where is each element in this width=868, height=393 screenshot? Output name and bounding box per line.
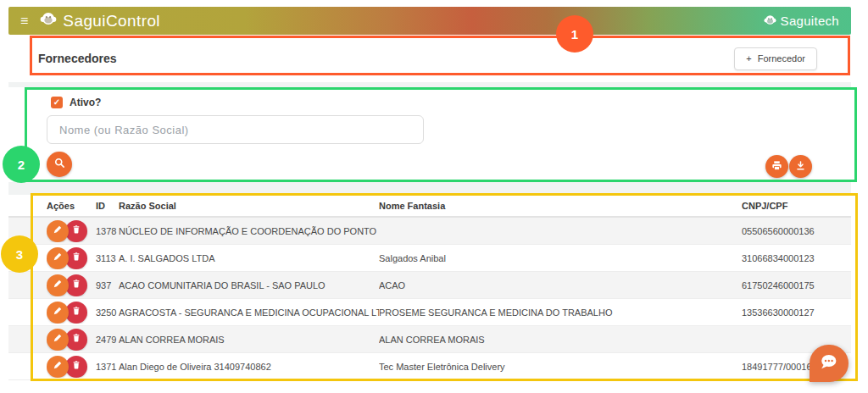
name-search-input[interactable] <box>47 115 424 144</box>
check-icon: ✓ <box>53 98 60 107</box>
edit-row-button[interactable] <box>47 220 69 242</box>
plus-icon: + <box>746 53 751 64</box>
row-actions <box>47 356 96 378</box>
edit-row-button[interactable] <box>47 329 69 351</box>
active-filter[interactable]: ✓ Ativo? <box>51 97 101 108</box>
brand-badge: Saguitech <box>764 14 839 29</box>
page-title: Fornecedores <box>38 52 117 65</box>
table-row: 1371 Alan Diego de Oliveira 31409740862 … <box>8 353 851 380</box>
row-id: 1378 <box>96 226 119 236</box>
search-button[interactable] <box>47 152 72 177</box>
app-window: ≡ SaguiControl Saguitech Fornecedores + … <box>0 0 868 393</box>
download-icon <box>795 160 806 174</box>
table-row: 3250 AGRACOSTA - SEGURANCA E MEDICINA OC… <box>8 299 851 326</box>
edit-row-button[interactable] <box>47 274 69 296</box>
pencil-icon <box>53 224 63 237</box>
trash-icon <box>71 333 81 346</box>
download-button[interactable] <box>789 155 812 178</box>
row-actions <box>47 274 96 296</box>
column-header-nome-fantasia: Nome Fantasia <box>379 201 742 211</box>
monkey-logo-icon <box>40 10 57 31</box>
chat-bubble-icon <box>819 352 839 375</box>
fornecedores-table: Ações ID Razão Social Nome Fantasia CNPJ… <box>8 195 851 393</box>
edit-row-button[interactable] <box>47 247 69 269</box>
table-row: 3113 A. I. SALGADOS LTDA Salgados Anibal… <box>8 245 851 272</box>
app-title: SaguiControl <box>63 12 160 30</box>
pencil-icon <box>53 360 63 373</box>
trash-icon <box>71 224 81 237</box>
row-cnpj-cpf: 05506560000136 <box>742 226 851 236</box>
column-header-acoes: Ações <box>47 201 96 211</box>
pencil-icon <box>53 333 63 346</box>
edit-row-button[interactable] <box>47 302 69 324</box>
search-icon <box>53 157 66 172</box>
app-header: ≡ SaguiControl Saguitech <box>8 7 851 35</box>
printer-icon <box>771 160 782 174</box>
row-nome-fantasia: ALAN CORREA MORAIS <box>379 335 742 345</box>
print-button[interactable] <box>765 155 788 178</box>
edit-row-button[interactable] <box>47 356 69 378</box>
active-checkbox[interactable]: ✓ <box>51 97 63 108</box>
trash-icon <box>71 279 81 291</box>
row-actions <box>47 220 96 242</box>
table-body: 1378 NÚCLEO DE INFORMAÇÃO E COORDENAÇÃO … <box>8 218 851 380</box>
add-fornecedor-label: Fornecedor <box>758 53 805 64</box>
row-razao-social: Alan Diego de Oliveira 31409740862 <box>119 362 379 372</box>
row-nome-fantasia: Salgados Anibal <box>379 253 742 263</box>
row-razao-social: ACAO COMUNITARIA DO BRASIL - SAO PAULO <box>119 280 379 291</box>
row-nome-fantasia: Tec Master Eletrônica Delivery <box>379 362 742 372</box>
trash-icon <box>71 252 81 264</box>
row-id: 937 <box>96 280 119 291</box>
row-id: 3250 <box>96 307 119 318</box>
table-row: 2479 ALAN CORREA MORAIS ALAN CORREA MORA… <box>8 326 851 353</box>
column-header-razao-social: Razão Social <box>119 201 379 211</box>
row-actions <box>47 329 96 351</box>
column-header-id: ID <box>96 201 119 211</box>
chat-button[interactable] <box>810 345 849 382</box>
trash-icon <box>71 306 81 318</box>
pencil-icon <box>53 306 63 318</box>
page-toolbar: Fornecedores + Fornecedor <box>8 35 851 82</box>
row-cnpj-cpf: 13536630000127 <box>742 307 851 318</box>
add-fornecedor-button[interactable]: + Fornecedor <box>734 47 817 70</box>
trash-icon <box>71 360 81 373</box>
filter-panel: ✓ Ativo? <box>8 87 851 182</box>
row-nome-fantasia: PROSEME SEGURANCA E MEDICINA DO TRABALHO <box>379 307 742 318</box>
row-id: 2479 <box>96 335 119 345</box>
row-cnpj-cpf: 61750246000175 <box>742 280 851 291</box>
table-header-row: Ações ID Razão Social Nome Fantasia CNPJ… <box>8 195 851 218</box>
pencil-icon <box>53 252 63 264</box>
menu-icon[interactable]: ≡ <box>20 14 28 28</box>
column-header-cnpj-cpf: CNPJ/CPF <box>742 201 851 211</box>
app-logo: SaguiControl <box>40 10 160 31</box>
row-razao-social: AGRACOSTA - SEGURANCA E MEDICINA OCUPACI… <box>119 307 379 318</box>
row-id: 1371 <box>96 362 119 372</box>
table-row: 937 ACAO COMUNITARIA DO BRASIL - SAO PAU… <box>8 272 851 299</box>
row-razao-social: A. I. SALGADOS LTDA <box>119 253 379 263</box>
monkey-brand-icon <box>764 14 776 29</box>
table-row: 1378 NÚCLEO DE INFORMAÇÃO E COORDENAÇÃO … <box>8 218 851 245</box>
page-background-band <box>8 182 851 195</box>
row-id: 3113 <box>96 253 119 263</box>
row-actions <box>47 302 96 324</box>
row-actions <box>47 247 96 269</box>
row-razao-social: NÚCLEO DE INFORMAÇÃO E COORDENAÇÃO DO PO… <box>119 226 379 236</box>
active-checkbox-label: Ativo? <box>70 97 101 108</box>
pencil-icon <box>53 279 63 291</box>
row-razao-social: ALAN CORREA MORAIS <box>119 335 379 345</box>
row-cnpj-cpf: 31066834000123 <box>742 253 851 263</box>
brand-name: Saguitech <box>781 14 839 28</box>
row-nome-fantasia: ACAO <box>379 280 742 291</box>
